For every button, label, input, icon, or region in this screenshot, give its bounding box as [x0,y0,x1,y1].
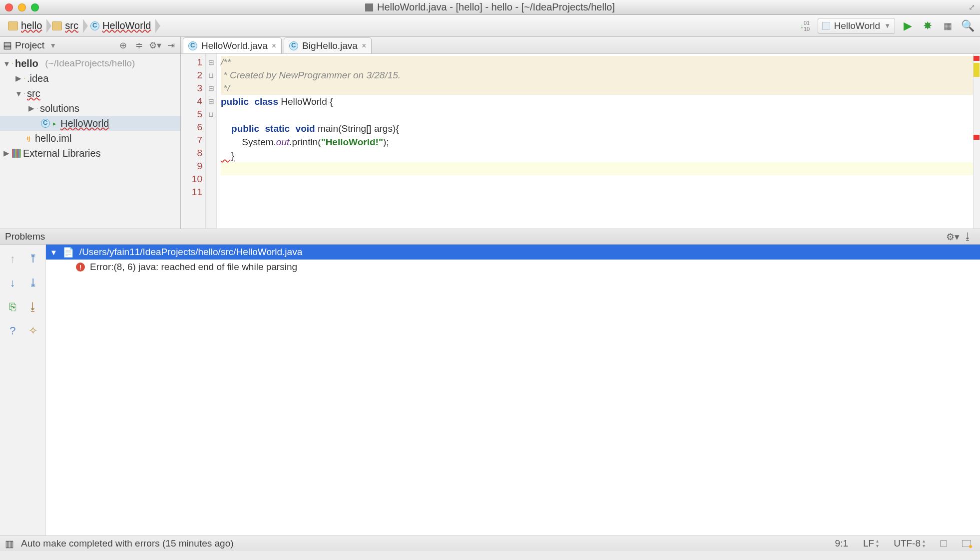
class-icon [41,119,50,128]
inspections-indicator[interactable] [958,540,975,547]
minimize-window-button[interactable] [18,3,26,11]
error-marker[interactable] [974,56,980,61]
line-number-gutter: 1234567891011 [181,54,206,229]
error-marker[interactable] [974,135,980,140]
tab-label: BigHello.java [302,40,358,51]
run-button[interactable]: ▶ [900,18,915,33]
status-tool-windows-icon[interactable]: ▥ [5,538,14,550]
breadcrumb-class[interactable]: HelloWorld [87,17,156,34]
tree-root[interactable]: ▼ hello (~/IdeaProjects/hello) [0,56,180,71]
expand-collapse-up-button[interactable]: ⤒ [24,249,42,270]
tree-item-external-libs[interactable]: ▶ External Libraries [0,146,180,161]
close-tab-icon[interactable]: × [362,41,366,50]
scroll-to-source-button[interactable]: ⊕ [116,39,129,52]
tree-item-solutions[interactable]: ▶ solutions [0,101,180,116]
libraries-icon [12,149,21,158]
expand-arrow-icon[interactable]: ▶ [3,149,10,158]
help-button[interactable]: ? [4,320,21,341]
zoom-window-button[interactable] [31,3,39,11]
source-folder-icon [24,93,25,94]
tree-root-path: (~/IdeaProjects/hello) [45,58,135,69]
class-icon [90,21,99,30]
tree-item-label: hello.iml [35,133,71,144]
project-view-title[interactable]: Project [15,40,44,51]
iml-icon: ij [24,134,33,143]
status-message: Auto make completed with errors (15 minu… [21,538,234,549]
folder-icon [52,21,62,30]
next-button[interactable]: ↓ [4,273,21,293]
code-editor[interactable]: 1234567891011 ⊟⊔⊟⊟⊔ /** * Created by New… [181,54,980,229]
tab-bighello[interactable]: BigHello.java × [284,37,372,53]
fold-gutter[interactable]: ⊟⊔⊟⊟⊔ [206,54,217,229]
tree-item-idea[interactable]: ▶ .idea [0,71,180,86]
settings-gear-icon[interactable]: ⚙▾ [945,229,960,244]
hide-panel-icon[interactable]: ⭳ [960,229,975,244]
breadcrumb-project[interactable]: hello [5,17,47,34]
settings-gear-icon[interactable]: ⚙▾ [148,39,161,52]
tree-item-label: .idea [27,73,48,84]
run-config-label: HelloWorld [834,20,881,31]
debug-button[interactable]: ✸ [920,18,935,33]
project-tool-window: ▤ Project ▼ ⊕ ≑ ⚙▾ ⇥ ▼ hello (~/IdeaProj… [0,37,181,229]
tree-item-helloworld[interactable]: ▸ HelloWorld [0,116,180,131]
expand-arrow-icon[interactable]: ▼ [3,59,10,68]
fullscreen-icon[interactable]: ⤢ [969,2,975,12]
encoding-selector[interactable]: UTF-8▴▾ [890,538,929,549]
project-tree[interactable]: ▼ hello (~/IdeaProjects/hello) ▶ .idea ▼… [0,54,180,229]
project-view-icon: ▤ [3,39,12,51]
line-separator-selector[interactable]: LF▴▾ [859,538,883,549]
problems-file-path: /Users/yfain11/IdeaProjects/hello/src/He… [79,247,302,258]
code-content[interactable]: /** * Created by NewProgrammer on 3/28/1… [217,54,973,229]
close-window-button[interactable] [5,3,13,11]
navigation-bar: hello src HelloWorld ↓0110 HelloWorld ▼ … [0,15,980,37]
expand-arrow-icon[interactable]: ▶ [15,74,22,83]
cursor-position[interactable]: 9:1 [831,538,852,549]
editor-tabs: HelloWorld.java × BigHello.java × [181,37,980,54]
tab-helloworld[interactable]: HelloWorld.java × [183,37,282,53]
breadcrumb-class-label: HelloWorld [102,20,151,31]
problems-toolbar: ↑ ⤒ ↓ ⤓ ⎘ ⭳ ? ✧ [0,245,46,536]
error-stripe[interactable] [973,54,980,229]
tree-item-label: HelloWorld [60,118,109,129]
window-controls [5,3,39,11]
warning-marker[interactable] [974,63,980,77]
class-icon [188,41,197,50]
collapse-arrow-icon[interactable]: ▼ [50,248,57,257]
tree-item-iml[interactable]: ij hello.iml [0,131,180,146]
tab-label: HelloWorld.java [201,40,268,51]
runnable-icon: ▸ [53,120,56,127]
tree-item-src[interactable]: ▼ src [0,86,180,101]
collapse-button[interactable]: ≑ [132,39,145,52]
problems-title: Problems [5,231,45,242]
status-bar: ▥ Auto make completed with errors (15 mi… [0,536,980,551]
run-config-selector[interactable]: HelloWorld ▼ [818,18,895,34]
tree-root-label: hello [15,58,38,69]
tree-item-label: solutions [40,103,79,114]
problems-error-item[interactable]: ! Error:(8, 6) java: reached end of file… [46,260,980,275]
error-icon: ! [76,263,85,272]
breadcrumb-folder[interactable]: src [49,17,83,34]
inspector-icon [962,540,971,547]
chevron-down-icon: ▼ [884,22,891,29]
close-tab-icon[interactable]: × [272,41,276,50]
import-button[interactable]: ⭳ [24,296,42,317]
expand-arrow-icon[interactable]: ▼ [15,89,22,98]
prev-button[interactable]: ↑ [4,249,21,270]
make-project-button[interactable]: ↓0110 [798,18,813,33]
chevron-down-icon[interactable]: ▼ [49,41,56,49]
editor-area: HelloWorld.java × BigHello.java × 123456… [181,37,980,229]
project-view-header: ▤ Project ▼ ⊕ ≑ ⚙▾ ⇥ [0,37,180,54]
search-button[interactable]: 🔍 [960,18,975,33]
readonly-toggle[interactable] [936,540,951,547]
problems-panel-header[interactable]: Problems ⚙▾ ⭳ [0,229,980,245]
expand-collapse-down-button[interactable]: ⤓ [24,273,42,293]
window-title: HelloWorld.java - [hello] - hello - [~/I… [377,1,615,13]
tool-settings-button[interactable]: ✧ [24,320,42,341]
problems-list[interactable]: ▼ 📄 /Users/yfain11/IdeaProjects/hello/sr… [46,245,980,536]
package-icon [37,108,38,109]
hide-button[interactable]: ⇥ [164,39,177,52]
problems-file-node[interactable]: ▼ 📄 /Users/yfain11/IdeaProjects/hello/sr… [46,245,980,260]
expand-arrow-icon[interactable]: ▶ [28,104,35,113]
export-button[interactable]: ⎘ [4,296,21,317]
layout-button[interactable]: ▦ [940,18,955,33]
